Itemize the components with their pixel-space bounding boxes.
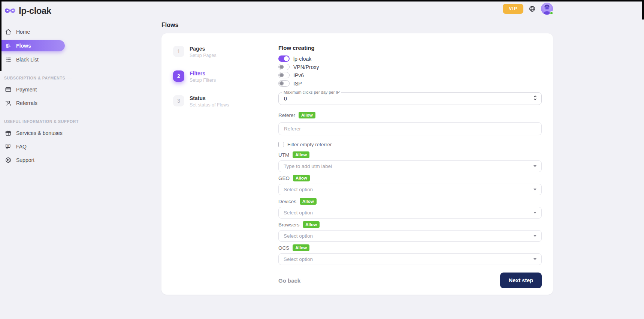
- step-title: Status: [190, 95, 229, 101]
- sidebar-item-black-list[interactable]: Black List: [0, 54, 65, 65]
- faq-bubble-icon: ?!: [5, 143, 12, 150]
- step-status[interactable]: 3 Status Set status of Flows: [173, 95, 267, 108]
- sidebar-item-referrals[interactable]: Referrals: [0, 97, 65, 109]
- flow-creating-form: Flow creating lp-cloak VPN/Proxy IPv6 IS…: [267, 33, 553, 295]
- utm-label-row: UTM Allow: [278, 152, 542, 157]
- sidebar-item-services-bonuses[interactable]: Services & bonuses: [0, 127, 65, 139]
- utm-select[interactable]: Type to add utm label: [278, 160, 542, 172]
- referer-input[interactable]: [278, 122, 542, 135]
- flow-card: 1 Pages Setup Pages 2 Filters Setup Filt…: [161, 33, 553, 295]
- main-area: VIP: [65, 0, 644, 319]
- ocs-allow-badge[interactable]: Allow: [293, 244, 309, 251]
- browsers-select[interactable]: Select option: [278, 230, 542, 242]
- credit-card-icon: [5, 86, 12, 93]
- lp-cloak-toggle[interactable]: [278, 55, 290, 62]
- chevron-down-icon: [533, 235, 536, 237]
- sidebar-item-support[interactable]: Support: [0, 154, 65, 166]
- list-icon: [5, 56, 12, 63]
- referer-allow-badge[interactable]: Allow: [299, 112, 315, 118]
- chevron-up-down-icon: [533, 95, 538, 101]
- toggle-row-vpn-proxy[interactable]: VPN/Proxy: [278, 64, 542, 70]
- devices-label: Devices: [278, 199, 296, 204]
- sidebar-item-home[interactable]: Home: [0, 26, 65, 37]
- mask-icon: [4, 7, 16, 15]
- form-title: Flow creating: [278, 45, 542, 51]
- sidebar-item-label: FAQ: [16, 144, 27, 150]
- devices-select[interactable]: Select option: [278, 207, 542, 219]
- number-stepper[interactable]: [533, 95, 538, 102]
- step-number: 3: [173, 95, 184, 106]
- lifebuoy-icon: [5, 157, 12, 163]
- screenshot-right-edge: [642, 0, 644, 19]
- sidebar: lp-cloak Home Flows: [0, 0, 65, 319]
- sidebar-item-label: Black List: [16, 57, 39, 63]
- flows-stack-icon: [5, 42, 12, 49]
- browsers-label-row: Browsers Allow: [278, 222, 542, 227]
- screenshot-left-edge: [0, 0, 1, 71]
- geo-select[interactable]: Select option: [278, 184, 542, 195]
- brand-logo[interactable]: lp-cloak: [0, 4, 65, 17]
- toggle-row-ipv6[interactable]: IPv6: [278, 72, 542, 78]
- filter-empty-referrer-checkbox[interactable]: [278, 142, 284, 147]
- geo-label-row: GEO Allow: [278, 175, 542, 181]
- select-placeholder: Type to add utm label: [284, 163, 332, 169]
- sidebar-item-label: Flows: [16, 43, 31, 49]
- devices-group: Devices Allow Select option: [278, 199, 542, 219]
- ocs-group: OCS Allow Select option: [278, 245, 542, 265]
- home-icon: [5, 28, 12, 35]
- step-subtitle: Setup Pages: [190, 53, 217, 58]
- browsers-allow-badge[interactable]: Allow: [303, 221, 320, 228]
- devices-allow-badge[interactable]: Allow: [300, 198, 317, 205]
- ocs-select[interactable]: Select option: [278, 253, 542, 265]
- step-title: Filters: [190, 70, 216, 76]
- utm-group: UTM Allow Type to add utm label: [278, 152, 542, 172]
- next-step-button[interactable]: Next step: [500, 273, 542, 288]
- section-title: SUBSCRIPTION & PAYMENTS: [4, 76, 65, 80]
- sidebar-nav: Home Flows Black List: [0, 26, 65, 65]
- step-filters[interactable]: 2 Filters Setup Filters: [173, 70, 267, 83]
- checkbox-label: Filter empty referrer: [287, 142, 332, 147]
- vip-button[interactable]: VIP: [503, 4, 523, 14]
- toggle-row-isp[interactable]: ISP: [278, 80, 542, 87]
- online-status-dot: [550, 11, 553, 15]
- select-placeholder: Select option: [284, 187, 313, 192]
- isp-toggle[interactable]: [278, 80, 290, 87]
- ipv6-toggle[interactable]: [278, 72, 290, 78]
- toggle-label: IPv6: [293, 72, 304, 78]
- sidebar-item-flows[interactable]: Flows: [0, 40, 65, 51]
- referer-label: Referer: [278, 112, 295, 118]
- go-back-button[interactable]: Go back: [278, 277, 300, 284]
- step-pages[interactable]: 1 Pages Setup Pages: [173, 46, 267, 58]
- language-globe-button[interactable]: [529, 5, 536, 12]
- filter-empty-referrer-row[interactable]: Filter empty referrer: [278, 142, 542, 147]
- svg-text:?!: ?!: [7, 144, 9, 147]
- select-placeholder: Select option: [284, 233, 313, 239]
- toggle-label: ISP: [293, 81, 302, 87]
- referral-person-icon: [5, 100, 12, 106]
- sidebar-item-faq[interactable]: ?! FAQ: [0, 141, 65, 152]
- user-avatar[interactable]: [541, 3, 553, 15]
- referer-label-row: Referer Allow: [278, 112, 542, 118]
- select-placeholder: Select option: [284, 256, 313, 262]
- utm-allow-badge[interactable]: Allow: [293, 151, 309, 158]
- topbar: VIP: [503, 3, 553, 15]
- vpn-proxy-toggle[interactable]: [278, 64, 290, 70]
- step-number: 1: [173, 46, 184, 57]
- chevron-down-icon: [533, 189, 536, 190]
- geo-group: GEO Allow Select option: [278, 175, 542, 195]
- screenshot-top-edge: [0, 0, 644, 1]
- sidebar-item-payment[interactable]: Payment: [0, 84, 65, 95]
- chevron-down-icon: [533, 212, 536, 214]
- geo-allow-badge[interactable]: Allow: [293, 175, 310, 181]
- geo-label: GEO: [278, 175, 290, 181]
- sidebar-item-label: Support: [16, 157, 34, 163]
- toggle-row-lp-cloak[interactable]: lp-cloak: [278, 55, 542, 62]
- sidebar-item-label: Home: [16, 29, 30, 35]
- app-screen: lp-cloak Home Flows: [0, 0, 644, 319]
- max-clicks-input[interactable]: [279, 93, 541, 105]
- ocs-label-row: OCS Allow: [278, 245, 542, 250]
- browsers-group: Browsers Allow Select option: [278, 222, 542, 242]
- sidebar-section-payments: SUBSCRIPTION & PAYMENTS: [4, 76, 65, 80]
- form-footer: Go back Next step: [278, 273, 542, 288]
- browsers-label: Browsers: [278, 222, 299, 228]
